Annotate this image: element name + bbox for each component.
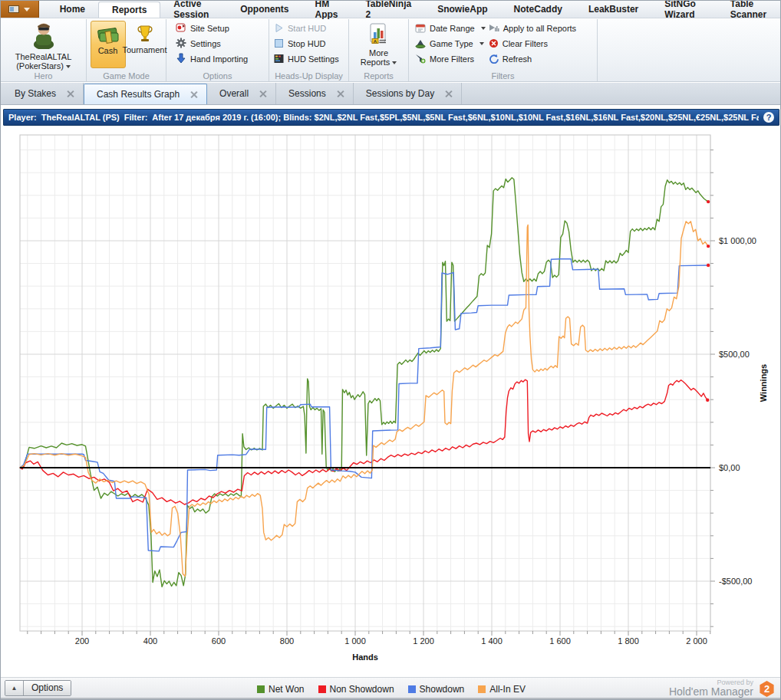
tab-sessions[interactable]: Sessions — [276, 83, 354, 104]
menu-notecaddy[interactable]: NoteCaddy — [501, 1, 575, 18]
close-icon[interactable] — [67, 90, 74, 97]
bottom-bar: ▲ Options Net Won Non Showdown Showdown … — [1, 677, 781, 699]
svg-text:1 000: 1 000 — [344, 636, 366, 646]
legend-net-won: Net Won — [257, 684, 304, 695]
legend-showdown: Showdown — [408, 684, 465, 695]
hud-settings-label: HUD Settings — [288, 54, 339, 64]
menu-snowieapp[interactable]: SnowieApp — [424, 1, 500, 18]
app-icon — [8, 5, 19, 13]
apply-all-reports-label: Apply to all Reports — [503, 24, 576, 33]
game-type-button[interactable]: Game Type — [415, 36, 486, 51]
game-type-icon — [415, 38, 426, 50]
more-reports-button[interactable]: A More Reports — [361, 21, 397, 67]
menu-opponents[interactable]: Opponents — [227, 1, 302, 18]
ribbon-group-filters: Date Range Game Type More Filters App — [409, 19, 598, 81]
app-menu-button[interactable] — [1, 1, 39, 18]
game-type-label: Game Type — [430, 39, 473, 48]
hero-name[interactable]: TheRealALTAL — [15, 52, 72, 61]
close-icon[interactable] — [259, 90, 266, 97]
group-label-reports: Reports — [349, 71, 408, 81]
svg-text:1 800: 1 800 — [618, 636, 639, 646]
net-won-swatch — [257, 685, 265, 693]
stop-hud-button[interactable]: Stop HUD — [274, 36, 345, 51]
menu-leakbuster[interactable]: LeakBuster — [575, 1, 651, 18]
menu-reports[interactable]: Reports — [98, 2, 160, 18]
site-setup-button[interactable]: Site Setup — [176, 21, 265, 36]
chevron-down-icon — [481, 27, 486, 30]
menu-sitngo-wizard[interactable]: SitNGo Wizard — [651, 1, 717, 18]
svg-text:1 400: 1 400 — [481, 636, 503, 646]
more-reports-line1: More — [369, 48, 388, 58]
menu-bar: Home Reports Active Session Opponents HM… — [1, 1, 781, 18]
close-icon[interactable] — [337, 90, 344, 97]
hero-avatar[interactable] — [30, 21, 58, 52]
hero-site[interactable]: (PokerStars) — [16, 61, 71, 71]
tab-cash-results-graph[interactable]: Cash Results Graph — [84, 84, 207, 104]
hud-settings-button[interactable]: HUD Settings — [274, 51, 345, 67]
tournament-button[interactable]: Tournament — [127, 21, 163, 68]
close-icon[interactable] — [445, 90, 452, 97]
legend-label: All-In EV — [489, 684, 526, 695]
close-icon[interactable] — [190, 91, 197, 98]
svg-text:200: 200 — [75, 636, 89, 646]
svg-text:A: A — [373, 39, 377, 44]
trophy-icon — [135, 24, 155, 45]
svg-text:800: 800 — [280, 636, 294, 646]
menu-home[interactable]: Home — [47, 1, 98, 18]
apply-all-reports-button[interactable]: Apply to all Reports — [489, 21, 576, 36]
date-range-label: Date Range — [430, 24, 475, 33]
tab-by-stakes[interactable]: By Stakes — [2, 83, 84, 104]
chevron-down-icon — [392, 61, 397, 64]
menu-table-scanner[interactable]: Table Scanner — [717, 1, 781, 18]
refresh-button[interactable]: Refresh — [489, 51, 576, 67]
legend-label: Showdown — [420, 684, 465, 695]
group-label-game-mode: Game Mode — [87, 71, 166, 81]
date-range-button[interactable]: Date Range — [415, 21, 486, 36]
help-icon[interactable]: ? — [763, 112, 774, 123]
clear-filters-button[interactable]: Clear Filters — [489, 36, 576, 51]
svg-text:1 600: 1 600 — [549, 636, 571, 646]
ribbon-group-options: Site Setup Settings Hand Importing Optio… — [166, 19, 269, 81]
stop-hud-label: Stop HUD — [288, 39, 326, 48]
showdown-swatch — [408, 685, 416, 693]
options-button-label: Options — [24, 681, 71, 695]
hand-importing-button[interactable]: Hand Importing — [176, 51, 265, 67]
group-label-hero: Hero — [1, 71, 86, 81]
cash-button[interactable]: Cash — [91, 21, 126, 68]
more-reports-line2: Reports — [361, 58, 390, 67]
chevron-down-icon — [479, 42, 484, 45]
cash-results-chart[interactable]: $1 000,00$500,00$0,00-$500,0020040060080… — [1, 126, 781, 677]
tab-overall[interactable]: Overall — [207, 83, 276, 104]
tab-sessions-by-day[interactable]: Sessions by Day — [354, 83, 462, 104]
menu-hm-apps[interactable]: HM Apps — [302, 1, 353, 18]
cash-label: Cash — [98, 46, 118, 55]
chart-legend: Net Won Non Showdown Showdown All-In EV — [1, 678, 781, 700]
filter-value: After 17 декабря 2019 г. (16:00); Blinds… — [152, 113, 759, 122]
chevron-down-icon — [66, 65, 71, 68]
calendar-icon — [415, 23, 426, 35]
svg-text:$500,00: $500,00 — [719, 350, 750, 359]
more-filters-button[interactable]: More Filters — [415, 51, 486, 67]
all-in-ev-swatch — [478, 685, 486, 693]
legend-label: Non Showdown — [330, 684, 394, 695]
site-setup-label: Site Setup — [190, 24, 229, 33]
settings-label: Settings — [190, 39, 221, 48]
legend-all-in-ev: All-In EV — [478, 684, 526, 695]
tab-label: Overall — [219, 88, 249, 99]
menu-tableninja[interactable]: TableNinja 2 — [352, 1, 424, 18]
ribbon-group-game-mode: Cash Tournament Game Mode — [87, 19, 166, 81]
filter-plus-icon — [415, 54, 426, 65]
svg-text:$0,00: $0,00 — [719, 463, 740, 472]
refresh-label: Refresh — [503, 54, 532, 64]
tab-label: Sessions by Day — [366, 88, 434, 99]
import-arrow-icon — [176, 53, 186, 65]
group-label-filters: Filters — [409, 71, 597, 81]
settings-button[interactable]: Settings — [176, 36, 265, 51]
gear-icon — [176, 38, 186, 50]
refresh-icon — [489, 54, 499, 65]
options-button[interactable]: ▲ Options — [5, 680, 71, 696]
ribbon-group-hud: Start HUD Stop HUD HUD Settings Heads-Up… — [269, 19, 349, 81]
start-hud-button: Start HUD — [274, 21, 345, 36]
collapse-arrow-icon[interactable]: ▲ — [5, 681, 24, 695]
menu-active-session[interactable]: Active Session — [160, 1, 227, 18]
